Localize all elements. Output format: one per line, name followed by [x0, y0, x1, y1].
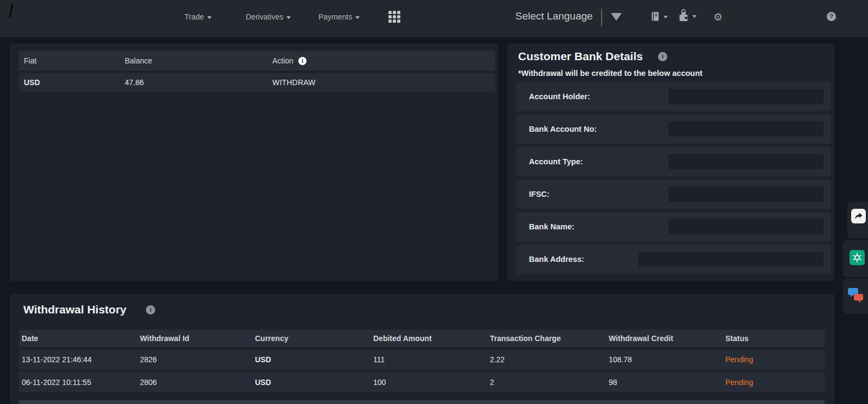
- header-debited-amount: Debited Amount: [373, 334, 490, 343]
- withdrawal-history-panel: Withdrawal History i Date Withdrawal Id …: [10, 294, 834, 404]
- fiat-header-action: Action: [272, 56, 293, 65]
- chevron-down-icon: [663, 16, 668, 18]
- history-table-header: Date Withdrawal Id Currency Debited Amou…: [19, 330, 825, 347]
- gear-icon[interactable]: ⚙: [713, 11, 723, 23]
- header-currency: Currency: [255, 334, 373, 343]
- chevron-down-icon: [207, 16, 212, 19]
- cell-debited-amount: 111: [373, 355, 490, 364]
- bank-fields-list: Account Holder: Bank Account No: Account…: [516, 82, 831, 277]
- fiat-header-fiat: Fiat: [24, 56, 125, 65]
- fiat-currency: USD: [24, 78, 125, 87]
- chevron-down-icon: [286, 16, 291, 19]
- cell-debited-amount: 100: [373, 378, 490, 387]
- bank-field-row: IFSC:: [516, 179, 831, 209]
- fiat-balance-panel: Fiat Balance Action i USD 47.86 WITHDRAW: [10, 43, 498, 281]
- bank-name-value[interactable]: [668, 219, 824, 234]
- withdrawal-credit-note: *Withdrawal will be credited to the belo…: [518, 69, 703, 78]
- bank-field-row: Account Holder:: [516, 82, 831, 111]
- share-extension-tab: [847, 202, 868, 239]
- help-icon[interactable]: ?: [827, 12, 836, 21]
- cell-withdrawal-credit: 98: [609, 378, 725, 387]
- account-type-value[interactable]: [668, 154, 824, 169]
- chatgpt-icon[interactable]: [850, 250, 865, 265]
- info-icon[interactable]: i: [658, 52, 667, 61]
- chat-extension-tab: [843, 279, 868, 313]
- ifsc-value[interactable]: [668, 187, 824, 202]
- cell-transaction-charge: 2: [490, 378, 609, 387]
- nav-derivatives-label: Derivatives: [246, 12, 283, 21]
- bank-details-title: Customer Bank Details: [518, 50, 643, 63]
- wallet-lock-icon[interactable]: [678, 9, 697, 23]
- fiat-balance: 47.86: [125, 78, 272, 87]
- bank-field-row: Bank Address:: [516, 245, 831, 274]
- book-icon[interactable]: [650, 11, 668, 22]
- cell-transaction-charge: 2.22: [490, 355, 609, 364]
- account-holder-value[interactable]: [668, 89, 824, 104]
- header-date: Date: [22, 334, 140, 343]
- select-language-button[interactable]: Select Language: [515, 10, 593, 22]
- ifsc-label: IFSC:: [529, 190, 550, 198]
- status-badge: Pending: [725, 378, 825, 387]
- cell-withdrawal-credit: 108.78: [609, 355, 725, 364]
- nav-item-trade[interactable]: Trade: [184, 12, 212, 21]
- cell-currency: USD: [255, 355, 373, 364]
- chevron-down-icon: [692, 15, 697, 18]
- bank-field-row: Account Type:: [516, 147, 831, 176]
- nav-payments-label: Payments: [318, 12, 352, 21]
- table-row-partial: [19, 400, 825, 404]
- nav-item-derivatives[interactable]: Derivatives: [246, 12, 291, 21]
- logo-stroke-mark: [9, 3, 13, 18]
- fiat-table-header: Fiat Balance Action i: [19, 51, 495, 70]
- bank-address-label: Bank Address:: [529, 255, 584, 264]
- cell-currency: USD: [255, 378, 373, 387]
- bank-account-no-value[interactable]: [668, 121, 824, 137]
- header-transaction-charge: Transaction Charge: [490, 334, 609, 343]
- account-type-label: Account Type:: [529, 157, 583, 166]
- fiat-table-row: USD 47.86 WITHDRAW: [19, 73, 495, 92]
- fiat-header-balance: Balance: [125, 56, 272, 65]
- bank-field-row: Bank Account No:: [516, 114, 831, 144]
- share-icon[interactable]: [851, 209, 866, 223]
- table-row: 13-11-2022 21:46:44 2826 USD 111 2.22 10…: [19, 350, 825, 369]
- customer-bank-details-panel: Customer Bank Details i *Withdrawal will…: [507, 43, 834, 281]
- cell-withdrawal-id: 2806: [140, 378, 255, 387]
- cell-withdrawal-id: 2826: [140, 355, 255, 364]
- status-badge: Pending: [725, 355, 825, 364]
- bank-field-row: Bank Name:: [516, 212, 831, 241]
- table-row: 06-11-2022 10:11:55 2806 USD 100 2 98 Pe…: [19, 372, 825, 392]
- info-icon[interactable]: i: [146, 305, 155, 315]
- header-withdrawal-credit: Withdrawal Credit: [609, 334, 725, 343]
- header-status: Status: [725, 334, 825, 343]
- divider: [601, 9, 602, 26]
- apps-grid-icon[interactable]: [388, 11, 401, 24]
- top-navigation-bar: Trade Derivatives Payments Select Langua…: [0, 0, 868, 38]
- chat-bubbles-icon[interactable]: [848, 287, 864, 306]
- account-holder-label: Account Holder:: [529, 92, 590, 101]
- language-dropdown-icon[interactable]: [611, 13, 622, 21]
- bank-account-no-label: Bank Account No:: [529, 125, 597, 133]
- nav-item-payments[interactable]: Payments: [318, 12, 360, 21]
- chatgpt-extension-tab: [843, 240, 868, 277]
- withdrawal-history-title: Withdrawal History: [23, 303, 126, 316]
- bank-name-label: Bank Name:: [529, 222, 575, 231]
- info-icon[interactable]: i: [298, 57, 307, 65]
- nav-trade-label: Trade: [184, 12, 204, 21]
- chevron-down-icon: [355, 16, 360, 19]
- withdraw-button[interactable]: WITHDRAW: [272, 78, 316, 87]
- cell-date: 06-11-2022 10:11:55: [22, 378, 140, 387]
- header-withdrawal-id: Withdrawal Id: [140, 334, 255, 343]
- cell-date: 13-11-2022 21:46:44: [22, 355, 140, 364]
- bank-address-value[interactable]: [639, 252, 824, 267]
